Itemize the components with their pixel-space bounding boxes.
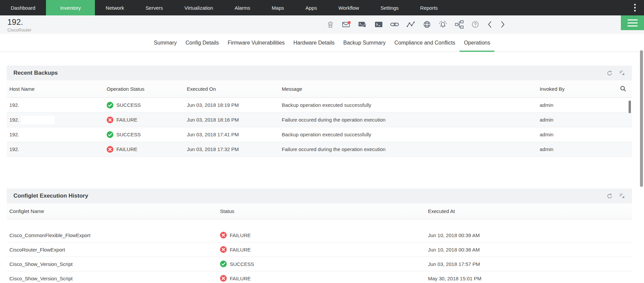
col-executed-on: Executed On [187, 86, 282, 92]
col-message: Message [282, 86, 540, 92]
trash-icon[interactable] [326, 20, 335, 29]
tab-backup-summary[interactable]: Backup Summary [339, 34, 390, 52]
expand-icon[interactable] [619, 192, 626, 200]
recent-backups-header: Recent Backups [7, 66, 632, 80]
terminal-icon[interactable] [374, 20, 383, 29]
device-toolbar [326, 17, 506, 32]
device-subtitle: CiscoRouter [7, 27, 32, 32]
col-executed-at: Executed At [428, 208, 632, 214]
configlet-history-header: Configlet Execution History [7, 189, 632, 203]
configlet-history-panel: Configlet Execution History Configlet Na… [7, 189, 632, 283]
table-scrollbar-thumb[interactable] [629, 100, 631, 113]
chevron-left-icon[interactable] [487, 20, 493, 29]
recent-backups-table-header: Host Name Operation Status Executed On M… [7, 80, 632, 98]
col-operation-status: Operation Status [107, 86, 187, 92]
configlet-history-rows: Cisco_CommonFlexible_FlowExport FAILURE … [7, 219, 632, 283]
col-status: Status [220, 208, 428, 214]
table-row: Cisco_Show_Version_Script FAILURE May 30… [7, 271, 632, 283]
expand-icon[interactable] [619, 69, 626, 77]
globe-icon[interactable] [422, 20, 431, 29]
page-scrollbar [640, 0, 643, 283]
panel-title: Configlet Execution History [13, 193, 88, 199]
table-row: CiscoRouter_FlowExport FAILURE Jun 10, 2… [7, 242, 632, 257]
workflow-icon[interactable] [454, 20, 464, 29]
search-icon[interactable] [619, 85, 627, 93]
col-configlet-name: Configlet Name [9, 208, 220, 214]
table-row: 192. SUCCESS Jun 03, 2018 18:19 PM Backu… [7, 98, 632, 113]
redaction-box [21, 116, 55, 124]
nav-item-reports[interactable]: Reports [410, 0, 449, 15]
status-failure-icon [220, 275, 227, 282]
link-icon[interactable] [390, 20, 399, 29]
help-icon[interactable] [471, 20, 480, 29]
chevron-right-icon[interactable] [500, 20, 506, 29]
nav-item-workflow[interactable]: Workflow [328, 0, 370, 15]
operations-content: Recent Backups Host Name Operation Statu… [0, 52, 644, 283]
device-header: 192. CiscoRouter [0, 15, 644, 34]
tab-operations[interactable]: Operations [460, 34, 494, 52]
status-success-icon [220, 261, 227, 267]
table-row: 192. FAILURE Jun 03, 2018 17:32 PM Failu… [7, 142, 632, 157]
nav-item-inventory[interactable]: Inventory [46, 0, 95, 15]
status-failure-icon [107, 146, 113, 153]
nav-item-apps[interactable]: Apps [295, 0, 328, 15]
nav-item-servers[interactable]: Servers [135, 0, 174, 15]
status-success-icon [107, 131, 113, 138]
nav-item-network[interactable]: Network [95, 0, 135, 15]
kebab-menu-icon[interactable] [630, 0, 640, 15]
nav-item-maps[interactable]: Maps [261, 0, 295, 15]
line-graph-icon[interactable] [406, 20, 415, 29]
table-row: 192. FAILURE Jun 03, 2018 18:16 PM Failu… [7, 113, 632, 127]
status-failure-icon [220, 232, 227, 238]
page-scrollbar-thumb[interactable] [640, 50, 643, 187]
col-invoked-by: Invoked By [540, 86, 616, 92]
tab-config-details[interactable]: Config Details [181, 34, 223, 52]
mail-notification-icon[interactable] [342, 20, 351, 29]
nav-item-dashboard[interactable]: Dashboard [0, 0, 46, 15]
col-host-name: Host Name [9, 86, 107, 92]
tab-firmware-vulnerabilities[interactable]: Firmware Vulnerabilities [223, 34, 289, 52]
table-row: 192. SUCCESS Jun 03, 2018 17:41 PM Backu… [7, 127, 632, 142]
table-row: Cisco_Show_Version_Script SUCCESS Jun 03… [7, 257, 632, 271]
status-failure-icon [107, 117, 113, 123]
tab-compliance-and-conflicts[interactable]: Compliance and Conflicts [390, 34, 460, 52]
top-nav: Dashboard Inventory Network Servers Virt… [0, 0, 644, 15]
recent-backups-rows: 192. SUCCESS Jun 03, 2018 18:19 PM Backu… [7, 98, 632, 157]
device-title: 192. [7, 17, 23, 27]
configlet-history-table-header: Configlet Name Status Executed At [7, 203, 632, 219]
table-row: Cisco_CommonFlexible_FlowExport FAILURE … [7, 228, 632, 242]
refresh-icon[interactable] [606, 192, 613, 200]
tab-summary[interactable]: Summary [150, 34, 181, 52]
panel-title: Recent Backups [13, 70, 58, 76]
nav-item-alarms[interactable]: Alarms [224, 0, 261, 15]
alarm-bell-icon[interactable] [438, 20, 447, 29]
status-failure-icon [220, 246, 227, 253]
refresh-icon[interactable] [606, 69, 613, 77]
tab-hardware-details[interactable]: Hardware Details [289, 34, 339, 52]
nav-item-virtualization[interactable]: Virtualization [174, 0, 224, 15]
device-tabs: Summary Config Details Firmware Vulnerab… [0, 34, 644, 52]
recent-backups-panel: Recent Backups Host Name Operation Statu… [7, 66, 632, 157]
nav-item-settings[interactable]: Settings [370, 0, 409, 15]
status-success-icon [107, 102, 113, 109]
secure-terminal-icon[interactable] [358, 20, 367, 29]
